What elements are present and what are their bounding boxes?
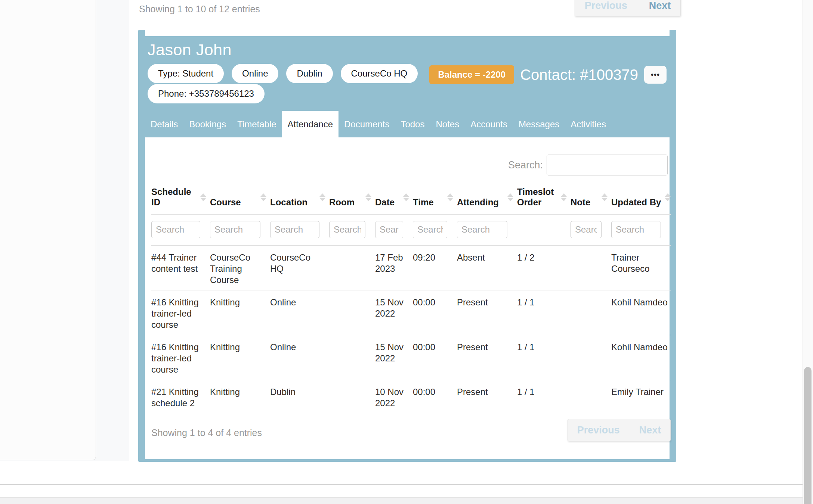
sort-icon[interactable] bbox=[665, 193, 671, 201]
sort-icon[interactable] bbox=[561, 193, 567, 201]
attendance-table: Schedule IDCourseLocationRoomDateTimeAtt… bbox=[151, 179, 671, 413]
sort-icon[interactable] bbox=[507, 193, 513, 201]
filter-input-attending[interactable] bbox=[457, 221, 507, 238]
column-header-schedule-id[interactable]: Schedule ID bbox=[151, 179, 210, 215]
table-search: Search: bbox=[145, 155, 668, 175]
cell-attending: Present bbox=[457, 380, 517, 414]
sort-icon[interactable] bbox=[602, 193, 608, 201]
tab-attendance[interactable]: Attendance bbox=[282, 111, 339, 137]
tab-activities[interactable]: Activities bbox=[565, 111, 612, 137]
filter-cell-updated-by bbox=[611, 215, 671, 245]
cell-location: Dublin bbox=[270, 380, 329, 414]
cell-room bbox=[329, 335, 375, 380]
filter-input-location[interactable] bbox=[270, 221, 319, 238]
filter-input-note[interactable] bbox=[571, 221, 602, 238]
sort-icon[interactable] bbox=[365, 193, 371, 201]
tab-messages[interactable]: Messages bbox=[513, 111, 565, 137]
next-button-top[interactable]: Next bbox=[649, 0, 671, 12]
profile-badge: CourseCo HQ bbox=[341, 64, 418, 83]
profile-badge: Dublin bbox=[286, 64, 333, 83]
sort-icon[interactable] bbox=[403, 193, 409, 201]
column-header-course[interactable]: Course bbox=[210, 179, 270, 215]
filter-input-date[interactable] bbox=[375, 221, 403, 238]
tab-notes[interactable]: Notes bbox=[430, 111, 465, 137]
sort-asc-icon bbox=[365, 193, 371, 197]
balance-badge: Balance = -2200 bbox=[429, 65, 514, 84]
scrollbar[interactable] bbox=[803, 0, 813, 504]
cell-location: Online bbox=[270, 290, 329, 335]
column-header-room[interactable]: Room bbox=[329, 179, 375, 215]
cell-location: Online bbox=[270, 335, 329, 380]
cell-course: Knitting bbox=[210, 335, 270, 380]
previous-button-top[interactable]: Previous bbox=[585, 0, 627, 12]
tab-details[interactable]: Details bbox=[145, 111, 183, 137]
cell-room bbox=[329, 290, 375, 335]
column-label: Note bbox=[571, 197, 590, 207]
sort-asc-icon bbox=[200, 193, 206, 197]
column-header-updated-by[interactable]: Updated By bbox=[611, 179, 671, 215]
profile-badge: Online bbox=[232, 64, 278, 83]
cell-time: 00:00 bbox=[413, 290, 457, 335]
cell-timeslot-order: 1 / 2 bbox=[517, 245, 571, 290]
column-header-timeslot-order[interactable]: Timeslot Order bbox=[517, 179, 571, 215]
sort-desc-icon bbox=[403, 198, 409, 201]
cell-note bbox=[571, 290, 611, 335]
table-row: #44 Trainer content testCourseCo Trainin… bbox=[151, 245, 671, 290]
filter-cell-timeslot-order bbox=[517, 215, 571, 245]
column-header-attending[interactable]: Attending bbox=[457, 179, 517, 215]
tab-documents[interactable]: Documents bbox=[339, 111, 395, 137]
column-header-date[interactable]: Date bbox=[375, 179, 413, 215]
cell-time: 00:00 bbox=[413, 380, 457, 414]
profile-badge: Phone: +353789456123 bbox=[148, 84, 265, 103]
table-row: #16 Knitting trainer-led courseKnittingO… bbox=[151, 290, 671, 335]
cell-attending: Present bbox=[457, 335, 517, 380]
cell-timeslot-order: 1 / 1 bbox=[517, 380, 571, 414]
cell-note bbox=[571, 335, 611, 380]
profile-tabs: DetailsBookingsTimetableAttendanceDocume… bbox=[145, 111, 670, 137]
sort-icon[interactable] bbox=[260, 193, 266, 201]
next-button-bottom[interactable]: Next bbox=[639, 424, 661, 436]
top-pagination: Previous Next bbox=[575, 0, 681, 16]
cell-updated-by: Kohil Namdeo bbox=[611, 335, 671, 380]
column-label: Attending bbox=[457, 197, 499, 207]
column-label: Location bbox=[270, 197, 307, 207]
cell-time: 00:00 bbox=[413, 335, 457, 380]
table-search-input[interactable] bbox=[547, 155, 668, 175]
tab-timetable[interactable]: Timetable bbox=[232, 111, 282, 137]
filter-input-updated-by[interactable] bbox=[611, 221, 661, 238]
more-actions-button[interactable]: ••• bbox=[644, 66, 667, 84]
contact-profile-card: Jason John Type: StudentOnlineDublinCour… bbox=[138, 30, 676, 462]
column-header-time[interactable]: Time bbox=[413, 179, 457, 215]
filter-input-room[interactable] bbox=[329, 221, 365, 238]
filter-input-time[interactable] bbox=[413, 221, 447, 238]
sort-asc-icon bbox=[602, 193, 608, 197]
profile-badge: Type: Student bbox=[148, 64, 224, 83]
cell-schedule-id: #16 Knitting trainer-led course bbox=[151, 290, 210, 335]
cell-date: 17 Feb 2023 bbox=[375, 245, 413, 290]
column-label: Updated By bbox=[611, 197, 661, 207]
sort-icon[interactable] bbox=[447, 193, 453, 201]
sort-desc-icon bbox=[447, 198, 453, 201]
sort-desc-icon bbox=[602, 198, 608, 201]
sort-desc-icon bbox=[665, 198, 671, 201]
cell-updated-by: Emily Trainer bbox=[611, 380, 671, 414]
cell-updated-by: Trainer Courseco bbox=[611, 245, 671, 290]
scrollbar-thumb[interactable] bbox=[804, 367, 812, 504]
sort-icon[interactable] bbox=[319, 193, 325, 201]
filter-input-course[interactable] bbox=[210, 221, 260, 238]
tab-accounts[interactable]: Accounts bbox=[465, 111, 513, 137]
column-header-note[interactable]: Note bbox=[571, 179, 611, 215]
tab-todos[interactable]: Todos bbox=[395, 111, 430, 137]
column-header-location[interactable]: Location bbox=[270, 179, 329, 215]
sort-icon[interactable] bbox=[200, 193, 206, 201]
sort-desc-icon bbox=[200, 198, 206, 201]
previous-button-bottom[interactable]: Previous bbox=[577, 424, 620, 436]
filter-input-schedule-id[interactable] bbox=[151, 221, 200, 238]
cell-date: 15 Nov 2022 bbox=[375, 335, 413, 380]
tab-bookings[interactable]: Bookings bbox=[183, 111, 232, 137]
entries-info-bottom: Showing 1 to 4 of 4 entries bbox=[151, 427, 262, 438]
sort-asc-icon bbox=[665, 193, 671, 197]
filter-cell-schedule-id bbox=[151, 215, 210, 245]
filter-cell-time bbox=[413, 215, 457, 245]
sort-asc-icon bbox=[260, 193, 266, 197]
